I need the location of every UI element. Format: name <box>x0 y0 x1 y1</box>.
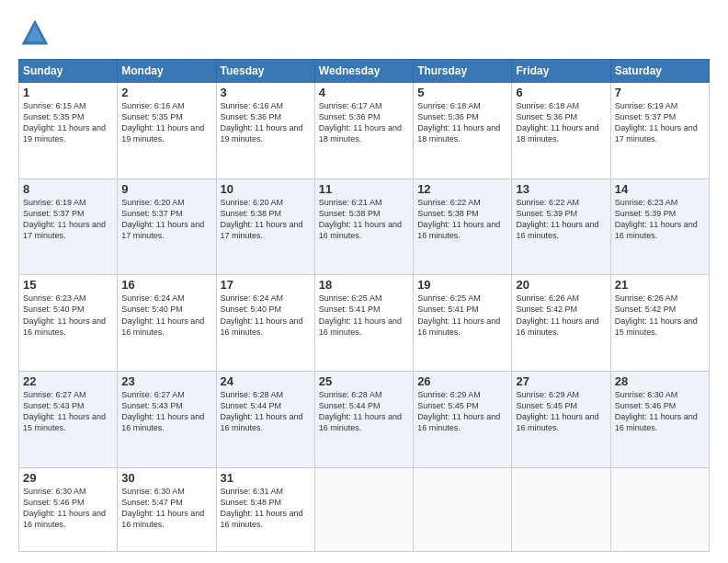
cell-info: Sunrise: 6:25 AM Sunset: 5:41 PM Dayligh… <box>319 293 409 338</box>
calendar-row: 1Sunrise: 6:15 AM Sunset: 5:35 PM Daylig… <box>19 83 710 179</box>
cell-info: Sunrise: 6:28 AM Sunset: 5:44 PM Dayligh… <box>221 389 311 434</box>
calendar-cell: 24Sunrise: 6:28 AM Sunset: 5:44 PM Dayli… <box>216 371 314 467</box>
calendar-cell: 3Sunrise: 6:16 AM Sunset: 5:36 PM Daylig… <box>216 83 314 179</box>
calendar-cell: 28Sunrise: 6:30 AM Sunset: 5:46 PM Dayli… <box>610 371 709 467</box>
cell-info: Sunrise: 6:30 AM Sunset: 5:46 PM Dayligh… <box>23 486 113 531</box>
day-number: 8 <box>23 182 113 196</box>
cell-info: Sunrise: 6:24 AM Sunset: 5:40 PM Dayligh… <box>221 293 311 338</box>
cell-info: Sunrise: 6:19 AM Sunset: 5:37 PM Dayligh… <box>615 100 705 145</box>
calendar-cell: 30Sunrise: 6:30 AM Sunset: 5:47 PM Dayli… <box>118 467 216 551</box>
day-number: 10 <box>221 182 311 196</box>
calendar-cell: 7Sunrise: 6:19 AM Sunset: 5:37 PM Daylig… <box>610 83 709 179</box>
day-number: 4 <box>319 86 409 99</box>
calendar-cell: 10Sunrise: 6:20 AM Sunset: 5:38 PM Dayli… <box>216 178 314 275</box>
cell-info: Sunrise: 6:29 AM Sunset: 5:45 PM Dayligh… <box>417 389 507 434</box>
calendar-cell: 16Sunrise: 6:24 AM Sunset: 5:40 PM Dayli… <box>118 275 216 372</box>
calendar-cell: 23Sunrise: 6:27 AM Sunset: 5:43 PM Dayli… <box>118 371 216 467</box>
day-number: 31 <box>221 471 311 485</box>
calendar-row: 29Sunrise: 6:30 AM Sunset: 5:46 PM Dayli… <box>19 467 710 551</box>
cell-info: Sunrise: 6:26 AM Sunset: 5:42 PM Dayligh… <box>516 293 606 338</box>
cell-info: Sunrise: 6:22 AM Sunset: 5:38 PM Dayligh… <box>417 197 507 242</box>
calendar-row: 15Sunrise: 6:23 AM Sunset: 5:40 PM Dayli… <box>19 275 710 372</box>
calendar-cell: 31Sunrise: 6:31 AM Sunset: 5:48 PM Dayli… <box>216 467 314 551</box>
logo <box>18 17 55 50</box>
header <box>18 17 710 50</box>
cell-info: Sunrise: 6:25 AM Sunset: 5:41 PM Dayligh… <box>417 293 507 338</box>
day-number: 29 <box>23 471 113 485</box>
cell-info: Sunrise: 6:24 AM Sunset: 5:40 PM Dayligh… <box>121 293 211 338</box>
calendar-cell <box>314 467 413 551</box>
cell-info: Sunrise: 6:29 AM Sunset: 5:45 PM Dayligh… <box>516 389 606 434</box>
day-number: 11 <box>319 182 409 196</box>
calendar-cell: 12Sunrise: 6:22 AM Sunset: 5:38 PM Dayli… <box>414 178 512 275</box>
day-of-week-header: Sunday <box>19 60 118 83</box>
calendar-cell <box>512 467 610 551</box>
cell-info: Sunrise: 6:19 AM Sunset: 5:37 PM Dayligh… <box>23 197 113 242</box>
day-number: 28 <box>615 374 705 388</box>
day-number: 7 <box>615 86 705 99</box>
cell-info: Sunrise: 6:15 AM Sunset: 5:35 PM Dayligh… <box>23 100 113 145</box>
cell-info: Sunrise: 6:20 AM Sunset: 5:38 PM Dayligh… <box>221 197 311 242</box>
cell-info: Sunrise: 6:23 AM Sunset: 5:40 PM Dayligh… <box>23 293 113 338</box>
calendar-cell: 14Sunrise: 6:23 AM Sunset: 5:39 PM Dayli… <box>610 178 709 275</box>
day-number: 26 <box>417 374 507 388</box>
day-number: 23 <box>121 374 211 388</box>
day-number: 9 <box>121 182 211 196</box>
cell-info: Sunrise: 6:30 AM Sunset: 5:47 PM Dayligh… <box>121 486 211 531</box>
calendar-body: 1Sunrise: 6:15 AM Sunset: 5:35 PM Daylig… <box>19 83 710 552</box>
calendar-cell: 6Sunrise: 6:18 AM Sunset: 5:36 PM Daylig… <box>512 83 610 179</box>
day-of-week-header: Monday <box>118 60 216 83</box>
calendar-cell: 1Sunrise: 6:15 AM Sunset: 5:35 PM Daylig… <box>19 83 118 179</box>
calendar-cell: 27Sunrise: 6:29 AM Sunset: 5:45 PM Dayli… <box>512 371 610 467</box>
cell-info: Sunrise: 6:23 AM Sunset: 5:39 PM Dayligh… <box>615 197 705 242</box>
day-number: 25 <box>319 374 409 388</box>
calendar-cell <box>414 467 512 551</box>
calendar-cell: 11Sunrise: 6:21 AM Sunset: 5:38 PM Dayli… <box>314 178 413 275</box>
calendar-cell: 5Sunrise: 6:18 AM Sunset: 5:36 PM Daylig… <box>414 83 512 179</box>
calendar-cell: 19Sunrise: 6:25 AM Sunset: 5:41 PM Dayli… <box>414 275 512 372</box>
calendar-cell: 26Sunrise: 6:29 AM Sunset: 5:45 PM Dayli… <box>414 371 512 467</box>
calendar-cell: 8Sunrise: 6:19 AM Sunset: 5:37 PM Daylig… <box>19 178 118 275</box>
calendar-table: SundayMondayTuesdayWednesdayThursdayFrid… <box>18 59 710 552</box>
calendar-cell <box>610 467 709 551</box>
day-number: 2 <box>121 86 211 99</box>
day-number: 20 <box>516 278 606 292</box>
day-number: 6 <box>516 86 606 99</box>
day-number: 5 <box>417 86 507 99</box>
calendar-cell: 22Sunrise: 6:27 AM Sunset: 5:43 PM Dayli… <box>19 371 118 467</box>
day-number: 1 <box>23 86 113 99</box>
day-number: 27 <box>516 374 606 388</box>
calendar-cell: 9Sunrise: 6:20 AM Sunset: 5:37 PM Daylig… <box>118 178 216 275</box>
calendar-cell: 18Sunrise: 6:25 AM Sunset: 5:41 PM Dayli… <box>314 275 413 372</box>
day-number: 19 <box>417 278 507 292</box>
cell-info: Sunrise: 6:31 AM Sunset: 5:48 PM Dayligh… <box>221 486 311 531</box>
calendar-cell: 17Sunrise: 6:24 AM Sunset: 5:40 PM Dayli… <box>216 275 314 372</box>
calendar-cell: 20Sunrise: 6:26 AM Sunset: 5:42 PM Dayli… <box>512 275 610 372</box>
page: SundayMondayTuesdayWednesdayThursdayFrid… <box>0 0 728 563</box>
cell-info: Sunrise: 6:16 AM Sunset: 5:36 PM Dayligh… <box>221 100 311 145</box>
calendar-cell: 21Sunrise: 6:26 AM Sunset: 5:42 PM Dayli… <box>610 275 709 372</box>
day-of-week-header: Friday <box>512 60 610 83</box>
day-of-week-header: Thursday <box>414 60 512 83</box>
calendar-cell: 29Sunrise: 6:30 AM Sunset: 5:46 PM Dayli… <box>19 467 118 551</box>
cell-info: Sunrise: 6:16 AM Sunset: 5:35 PM Dayligh… <box>121 100 211 145</box>
cell-info: Sunrise: 6:17 AM Sunset: 5:36 PM Dayligh… <box>319 100 409 145</box>
day-of-week-row: SundayMondayTuesdayWednesdayThursdayFrid… <box>19 60 710 83</box>
calendar-row: 22Sunrise: 6:27 AM Sunset: 5:43 PM Dayli… <box>19 371 710 467</box>
day-of-week-header: Tuesday <box>216 60 314 83</box>
calendar-cell: 2Sunrise: 6:16 AM Sunset: 5:35 PM Daylig… <box>118 83 216 179</box>
cell-info: Sunrise: 6:27 AM Sunset: 5:43 PM Dayligh… <box>121 389 211 434</box>
day-number: 24 <box>221 374 311 388</box>
cell-info: Sunrise: 6:27 AM Sunset: 5:43 PM Dayligh… <box>23 389 113 434</box>
cell-info: Sunrise: 6:30 AM Sunset: 5:46 PM Dayligh… <box>615 389 705 434</box>
day-number: 17 <box>221 278 311 292</box>
day-number: 21 <box>615 278 705 292</box>
cell-info: Sunrise: 6:18 AM Sunset: 5:36 PM Dayligh… <box>417 100 507 145</box>
day-number: 12 <box>417 182 507 196</box>
day-number: 16 <box>121 278 211 292</box>
calendar-cell: 15Sunrise: 6:23 AM Sunset: 5:40 PM Dayli… <box>19 275 118 372</box>
day-number: 15 <box>23 278 113 292</box>
cell-info: Sunrise: 6:21 AM Sunset: 5:38 PM Dayligh… <box>319 197 409 242</box>
day-of-week-header: Saturday <box>610 60 709 83</box>
cell-info: Sunrise: 6:28 AM Sunset: 5:44 PM Dayligh… <box>319 389 409 434</box>
